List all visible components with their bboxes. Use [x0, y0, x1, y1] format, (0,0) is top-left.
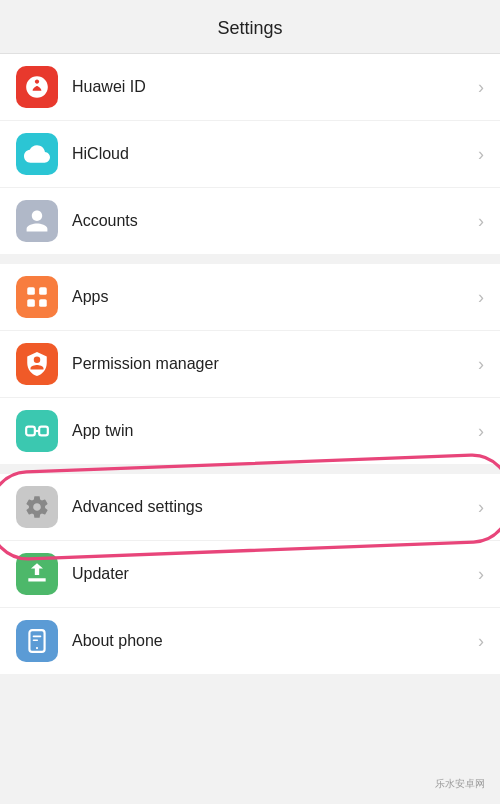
updater-icon — [24, 561, 50, 587]
apps-chevron: › — [478, 287, 484, 308]
hicloud-chevron: › — [478, 144, 484, 165]
advanced-settings-label: Advanced settings — [72, 498, 470, 516]
svg-rect-2 — [27, 299, 35, 307]
hicloud-item[interactable]: HiCloud › — [0, 121, 500, 188]
updater-item[interactable]: Updater › — [0, 541, 500, 608]
advanced-chevron: › — [478, 497, 484, 518]
updater-icon-wrap — [16, 553, 58, 595]
accounts-icon-wrap — [16, 200, 58, 242]
hicloud-icon-wrap — [16, 133, 58, 175]
app-twin-item[interactable]: App twin › — [0, 398, 500, 464]
aboutphone-chevron: › — [478, 631, 484, 652]
permission-manager-item[interactable]: Permission manager › — [0, 331, 500, 398]
svg-rect-1 — [39, 287, 47, 295]
svg-rect-4 — [26, 427, 35, 436]
advanced-section: Advanced settings › Updater › About phon… — [0, 474, 500, 674]
advanced-icon-wrap — [16, 486, 58, 528]
apps-item[interactable]: Apps › — [0, 264, 500, 331]
apptwin-chevron: › — [478, 421, 484, 442]
apps-label: Apps — [72, 288, 470, 306]
accounts-section: Huawei ID › HiCloud › Accounts › — [0, 54, 500, 254]
about-phone-icon — [24, 628, 50, 654]
about-phone-item[interactable]: About phone › — [0, 608, 500, 674]
app-twin-label: App twin — [72, 422, 470, 440]
aboutphone-icon-wrap — [16, 620, 58, 662]
permission-chevron: › — [478, 354, 484, 375]
svg-rect-0 — [27, 287, 35, 295]
huawei-icon-wrap — [16, 66, 58, 108]
advanced-settings-item[interactable]: Advanced settings › — [0, 474, 500, 541]
apps-icon — [24, 284, 50, 310]
updater-label: Updater — [72, 565, 470, 583]
huawei-id-label: Huawei ID — [72, 78, 470, 96]
hicloud-label: HiCloud — [72, 145, 470, 163]
apps-section: Apps › Permission manager › App twin › — [0, 264, 500, 464]
svg-rect-3 — [39, 299, 47, 307]
permission-icon — [24, 351, 50, 377]
huawei-chevron: › — [478, 77, 484, 98]
apptwin-icon — [24, 418, 50, 444]
apptwin-icon-wrap — [16, 410, 58, 452]
accounts-item[interactable]: Accounts › — [0, 188, 500, 254]
svg-rect-10 — [33, 639, 38, 641]
permission-manager-label: Permission manager — [72, 355, 470, 373]
page-header: Settings — [0, 0, 500, 54]
accounts-label: Accounts — [72, 212, 470, 230]
apps-icon-wrap — [16, 276, 58, 318]
hicloud-icon — [24, 141, 50, 167]
accounts-chevron: › — [478, 211, 484, 232]
svg-rect-9 — [33, 636, 42, 638]
updater-chevron: › — [478, 564, 484, 585]
huawei-id-item[interactable]: Huawei ID › — [0, 54, 500, 121]
about-phone-label: About phone — [72, 632, 470, 650]
huawei-icon — [24, 74, 50, 100]
accounts-icon — [24, 208, 50, 234]
advanced-settings-icon — [24, 494, 50, 520]
svg-rect-5 — [39, 427, 48, 436]
svg-point-8 — [36, 647, 38, 649]
page-title: Settings — [217, 18, 282, 38]
permission-icon-wrap — [16, 343, 58, 385]
watermark: 乐水安卓网 — [420, 764, 500, 804]
